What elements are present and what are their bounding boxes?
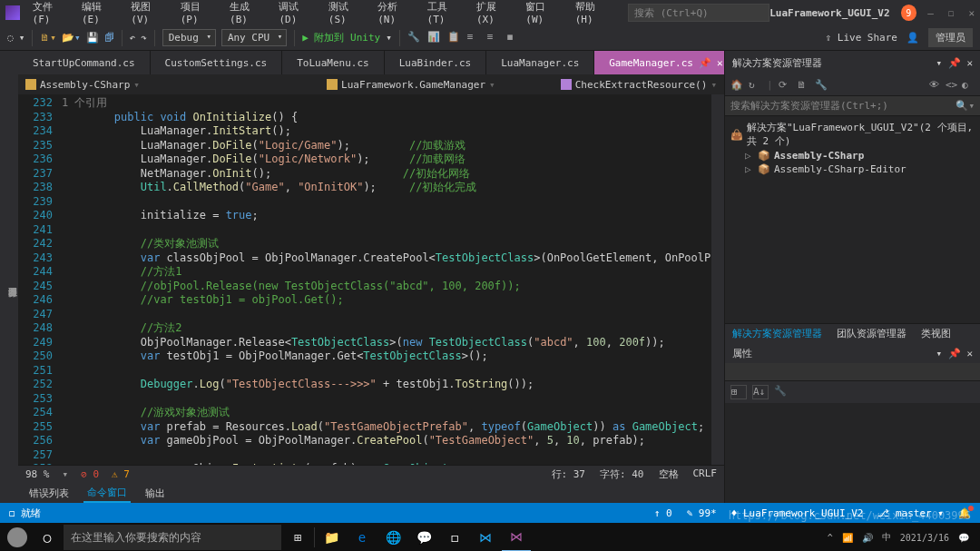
prop-icon[interactable]: 🔧 [815, 79, 828, 92]
close-icon[interactable]: ✕ [968, 7, 975, 19]
sync-icon[interactable]: ⟳ [779, 79, 791, 92]
az-icon[interactable]: A↓ [752, 385, 769, 399]
saveall-icon[interactable]: 🗐 [104, 32, 114, 44]
explorer-icon[interactable]: 📁 [317, 523, 346, 551]
new-icon[interactable]: 🗎▾ [40, 32, 56, 44]
maximize-icon[interactable]: ☐ [948, 7, 955, 19]
tab-toluamenu[interactable]: ToLuaMenu.cs [282, 51, 384, 74]
vs-icon[interactable]: ⋈ [502, 523, 531, 551]
wrench-icon[interactable]: 🔧 [774, 385, 790, 399]
global-search[interactable]: 搜索 (Ctrl+Q) [628, 4, 769, 22]
menu-window[interactable]: 窗口(W) [520, 0, 567, 29]
run-drop-icon[interactable]: ▾ [386, 32, 392, 44]
tab-classview[interactable]: 类视图 [914, 324, 958, 343]
solution-search[interactable]: 搜索解决方案资源管理器(Ctrl+;)🔍▾ [725, 96, 980, 116]
menu-debug[interactable]: 调试(D) [273, 0, 320, 29]
tool-icon[interactable]: 📋 [447, 31, 462, 45]
view-icon[interactable]: 👁 [929, 79, 942, 92]
back-icon[interactable]: ◌ [7, 32, 14, 44]
menu-view[interactable]: 视图(V) [125, 0, 172, 29]
solution-root[interactable]: 👜解决方案"LuaFramework_UGUI_V2"(2 个项目, 共 2 个… [730, 120, 975, 149]
account-icon[interactable]: 👤 [906, 32, 919, 44]
showall-icon[interactable]: 🗎 [797, 79, 809, 92]
tab-luabinder[interactable]: LuaBinder.cs [385, 51, 486, 74]
edge-icon[interactable]: e [348, 523, 377, 551]
branch-name[interactable]: ⎇ master ▾ [877, 507, 944, 519]
pending-changes[interactable]: ↑ 0 [654, 507, 672, 519]
network-icon[interactable]: 📶 [842, 533, 853, 543]
menu-file[interactable]: 文件(F) [27, 0, 74, 29]
panel-pin-icon[interactable]: 📌 [948, 348, 961, 359]
menu-help[interactable]: 帮助(H) [570, 0, 617, 29]
taskbar-search[interactable]: 在这里输入你要搜索的内容 [64, 525, 281, 550]
vscode-icon[interactable]: ⋈ [471, 523, 500, 551]
tab-solution[interactable]: 解决方案资源管理器 [725, 324, 829, 343]
chrome-icon[interactable]: 🌐 [378, 523, 407, 551]
fwd-icon[interactable]: ▾ [19, 32, 25, 44]
home-icon[interactable]: 🏠 [730, 79, 743, 92]
menu-tools[interactable]: 工具(T) [422, 0, 469, 29]
bc-class[interactable]: LuaFramework.GameManager▾ [327, 79, 495, 91]
tool-icon[interactable]: ≡ [467, 31, 482, 45]
project-node[interactable]: ▷📦Assembly-CSharp [730, 149, 975, 162]
warning-count[interactable]: ⚠ 7 [112, 468, 130, 480]
live-share-button[interactable]: ⇪ Live Share [826, 32, 897, 44]
ime-icon[interactable]: 中 [882, 531, 891, 544]
notifications-icon[interactable]: 💬 [958, 533, 969, 543]
tab-output[interactable]: 输出 [142, 485, 169, 502]
open-icon[interactable]: 📂▾ [62, 32, 81, 44]
tool-icon[interactable]: ◼ [507, 31, 522, 45]
config-combo[interactable]: Debug [162, 29, 216, 46]
pin-icon[interactable]: 📌 [699, 57, 711, 69]
tab-customsettings[interactable]: CustomSettings.cs [151, 51, 283, 74]
panel-close-icon[interactable]: ✕ [966, 348, 973, 359]
tool-icon[interactable]: 📊 [427, 31, 442, 45]
tab-close-icon[interactable]: ✕ [717, 57, 723, 69]
tab-gamemanager[interactable]: GameManager.cs📌✕ [594, 51, 738, 74]
menu-analyze[interactable]: 分析(N) [372, 0, 419, 29]
left-sidestrip[interactable]: 服务器资源管理器 [0, 51, 18, 503]
cortana-icon[interactable]: ◯ [33, 523, 62, 551]
taskview-icon[interactable]: ⊞ [283, 523, 312, 551]
properties-combo[interactable] [725, 363, 980, 381]
redo-icon[interactable]: ↷ [141, 32, 147, 44]
tab-startupcommand[interactable]: StartUpCommand.cs [18, 51, 151, 74]
panel-pin-icon[interactable]: 📌 [948, 57, 961, 69]
wechat-icon[interactable]: 💬 [409, 523, 438, 551]
scrollbar[interactable] [711, 94, 724, 465]
code-icon[interactable]: <> [946, 79, 958, 92]
project-node[interactable]: ▷📦Assembly-CSharp-Editor [730, 162, 975, 176]
switch-icon[interactable]: ◐ [962, 79, 975, 92]
platform-combo[interactable]: Any CPU [221, 29, 287, 46]
code-editor[interactable]: 232 233 234 235 236 237 238 239 240 241 … [18, 94, 724, 465]
cat-icon[interactable]: ⊞ [730, 385, 747, 399]
panel-drop-icon[interactable]: ▾ [936, 57, 943, 69]
clock[interactable]: 2021/3/16 [900, 533, 949, 543]
undo-icon[interactable]: ↶ [130, 32, 136, 44]
repo-status[interactable]: ✎ 99* [687, 507, 717, 519]
panel-drop-icon[interactable]: ▾ [936, 348, 943, 359]
zoom-level[interactable]: 98 % [25, 468, 50, 480]
tool-icon[interactable]: 🔧 [407, 31, 422, 45]
bc-method[interactable]: CheckExtractResource()▾ [561, 79, 717, 91]
menu-edit[interactable]: 编辑(E) [76, 0, 123, 29]
refresh-icon[interactable]: ↻ [749, 79, 761, 92]
tray-up-icon[interactable]: ^ [828, 533, 833, 543]
error-count[interactable]: ⊘ 0 [81, 468, 99, 480]
tab-team[interactable]: 团队资源管理器 [829, 324, 914, 343]
menu-ext[interactable]: 扩展(X) [471, 0, 518, 29]
menu-project[interactable]: 项目(P) [175, 0, 222, 29]
run-button[interactable]: ▶ 附加到 Unity [302, 31, 380, 44]
menu-test[interactable]: 测试(S) [323, 0, 370, 29]
minimize-icon[interactable]: — [927, 7, 934, 19]
tool-icon[interactable]: ≡ [487, 31, 502, 45]
repo-name[interactable]: ♦ LuaFramework_UGUI_V2 [731, 507, 864, 519]
tab-luamanager[interactable]: LuaManager.cs [486, 51, 594, 74]
save-icon[interactable]: 💾 [86, 32, 99, 44]
notification-badge[interactable]: 9 [901, 5, 917, 21]
app-icon[interactable]: ◻ [440, 523, 469, 551]
volume-icon[interactable]: 🔊 [862, 533, 873, 543]
bell-icon[interactable]: 🔔 [958, 507, 971, 519]
code-lines[interactable]: 1 个引用 public void OnInitialize() { LuaMa… [62, 94, 724, 465]
panel-close-icon[interactable]: ✕ [966, 57, 973, 69]
